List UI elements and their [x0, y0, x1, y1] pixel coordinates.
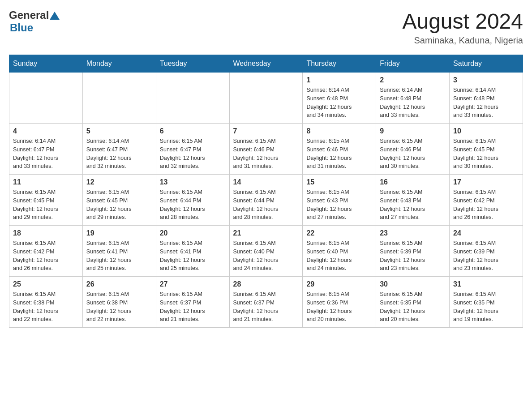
- day-cell-20: 20Sunrise: 6:15 AM Sunset: 6:41 PM Dayli…: [156, 226, 229, 277]
- day-number: 31: [453, 280, 519, 288]
- day-cell-9: 9Sunrise: 6:15 AM Sunset: 6:46 PM Daylig…: [376, 124, 450, 175]
- day-cell-25: 25Sunrise: 6:15 AM Sunset: 6:38 PM Dayli…: [9, 277, 83, 328]
- day-info: Sunrise: 6:15 AM Sunset: 6:39 PM Dayligh…: [453, 239, 519, 273]
- day-number: 26: [86, 280, 152, 288]
- day-cell-6: 6Sunrise: 6:15 AM Sunset: 6:47 PM Daylig…: [156, 124, 229, 175]
- day-number: 15: [306, 178, 372, 186]
- day-number: 13: [160, 178, 226, 186]
- weekday-header-thursday: Thursday: [303, 55, 376, 73]
- day-cell-23: 23Sunrise: 6:15 AM Sunset: 6:39 PM Dayli…: [376, 226, 450, 277]
- day-number: 16: [380, 178, 446, 186]
- day-info: Sunrise: 6:15 AM Sunset: 6:37 PM Dayligh…: [233, 290, 299, 324]
- day-info: Sunrise: 6:15 AM Sunset: 6:45 PM Dayligh…: [86, 188, 152, 222]
- logo-text-general: General: [9, 9, 49, 21]
- day-cell-28: 28Sunrise: 6:15 AM Sunset: 6:37 PM Dayli…: [229, 277, 303, 328]
- day-number: 30: [380, 280, 446, 288]
- day-number: 20: [160, 229, 226, 237]
- day-number: 10: [453, 127, 519, 135]
- day-number: 5: [86, 127, 152, 135]
- day-info: Sunrise: 6:14 AM Sunset: 6:47 PM Dayligh…: [86, 137, 152, 171]
- day-cell-29: 29Sunrise: 6:15 AM Sunset: 6:36 PM Dayli…: [303, 277, 376, 328]
- day-number: 18: [13, 229, 79, 237]
- day-cell-1: 1Sunrise: 6:14 AM Sunset: 6:48 PM Daylig…: [303, 73, 376, 124]
- weekday-header-saturday: Saturday: [450, 55, 523, 73]
- day-info: Sunrise: 6:15 AM Sunset: 6:47 PM Dayligh…: [160, 137, 226, 171]
- day-cell-31: 31Sunrise: 6:15 AM Sunset: 6:35 PM Dayli…: [450, 277, 523, 328]
- week-row-5: 25Sunrise: 6:15 AM Sunset: 6:38 PM Dayli…: [9, 277, 523, 328]
- day-info: Sunrise: 6:15 AM Sunset: 6:42 PM Dayligh…: [453, 188, 519, 222]
- day-number: 24: [453, 229, 519, 237]
- day-number: 22: [306, 229, 372, 237]
- day-cell-17: 17Sunrise: 6:15 AM Sunset: 6:42 PM Dayli…: [450, 175, 523, 226]
- day-info: Sunrise: 6:15 AM Sunset: 6:40 PM Dayligh…: [233, 239, 299, 273]
- day-info: Sunrise: 6:14 AM Sunset: 6:47 PM Dayligh…: [13, 137, 79, 171]
- empty-cell: [82, 73, 156, 124]
- day-cell-12: 12Sunrise: 6:15 AM Sunset: 6:45 PM Dayli…: [82, 175, 156, 226]
- day-number: 6: [160, 127, 226, 135]
- day-number: 19: [86, 229, 152, 237]
- day-number: 12: [86, 178, 152, 186]
- day-cell-13: 13Sunrise: 6:15 AM Sunset: 6:44 PM Dayli…: [156, 175, 229, 226]
- day-cell-27: 27Sunrise: 6:15 AM Sunset: 6:37 PM Dayli…: [156, 277, 229, 328]
- day-info: Sunrise: 6:15 AM Sunset: 6:46 PM Dayligh…: [380, 137, 446, 171]
- day-info: Sunrise: 6:14 AM Sunset: 6:48 PM Dayligh…: [306, 86, 372, 120]
- day-info: Sunrise: 6:15 AM Sunset: 6:38 PM Dayligh…: [13, 290, 79, 324]
- day-info: Sunrise: 6:15 AM Sunset: 6:40 PM Dayligh…: [306, 239, 372, 273]
- day-info: Sunrise: 6:15 AM Sunset: 6:43 PM Dayligh…: [306, 188, 372, 222]
- day-cell-10: 10Sunrise: 6:15 AM Sunset: 6:45 PM Dayli…: [450, 124, 523, 175]
- day-cell-24: 24Sunrise: 6:15 AM Sunset: 6:39 PM Dayli…: [450, 226, 523, 277]
- day-cell-19: 19Sunrise: 6:15 AM Sunset: 6:41 PM Dayli…: [82, 226, 156, 277]
- logo-triangle-icon: [50, 11, 60, 21]
- day-info: Sunrise: 6:15 AM Sunset: 6:38 PM Dayligh…: [86, 290, 152, 324]
- day-cell-18: 18Sunrise: 6:15 AM Sunset: 6:42 PM Dayli…: [9, 226, 83, 277]
- day-number: 17: [453, 178, 519, 186]
- day-info: Sunrise: 6:15 AM Sunset: 6:42 PM Dayligh…: [13, 239, 79, 273]
- empty-cell: [9, 73, 83, 124]
- day-info: Sunrise: 6:15 AM Sunset: 6:45 PM Dayligh…: [13, 188, 79, 222]
- day-number: 29: [306, 280, 372, 288]
- day-info: Sunrise: 6:15 AM Sunset: 6:35 PM Dayligh…: [453, 290, 519, 324]
- day-cell-11: 11Sunrise: 6:15 AM Sunset: 6:45 PM Dayli…: [9, 175, 83, 226]
- day-cell-5: 5Sunrise: 6:14 AM Sunset: 6:47 PM Daylig…: [82, 124, 156, 175]
- week-row-4: 18Sunrise: 6:15 AM Sunset: 6:42 PM Dayli…: [9, 226, 523, 277]
- week-row-1: 1Sunrise: 6:14 AM Sunset: 6:48 PM Daylig…: [9, 73, 523, 124]
- empty-cell: [229, 73, 303, 124]
- day-number: 2: [380, 76, 446, 84]
- weekday-header-row: SundayMondayTuesdayWednesdayThursdayFrid…: [9, 55, 523, 73]
- day-info: Sunrise: 6:15 AM Sunset: 6:46 PM Dayligh…: [233, 137, 299, 171]
- day-cell-7: 7Sunrise: 6:15 AM Sunset: 6:46 PM Daylig…: [229, 124, 303, 175]
- day-cell-3: 3Sunrise: 6:14 AM Sunset: 6:48 PM Daylig…: [450, 73, 523, 124]
- day-info: Sunrise: 6:14 AM Sunset: 6:48 PM Dayligh…: [453, 86, 519, 120]
- day-info: Sunrise: 6:14 AM Sunset: 6:48 PM Dayligh…: [380, 86, 446, 120]
- empty-cell: [156, 73, 229, 124]
- day-info: Sunrise: 6:15 AM Sunset: 6:41 PM Dayligh…: [86, 239, 152, 273]
- location-title: Saminaka, Kaduna, Nigeria: [402, 35, 523, 46]
- calendar-body: 1Sunrise: 6:14 AM Sunset: 6:48 PM Daylig…: [9, 73, 523, 328]
- day-info: Sunrise: 6:15 AM Sunset: 6:36 PM Dayligh…: [306, 290, 372, 324]
- day-number: 8: [306, 127, 372, 135]
- day-info: Sunrise: 6:15 AM Sunset: 6:41 PM Dayligh…: [160, 239, 226, 273]
- weekday-header-tuesday: Tuesday: [156, 55, 229, 73]
- svg-marker-0: [50, 12, 60, 20]
- calendar-header: SundayMondayTuesdayWednesdayThursdayFrid…: [9, 55, 523, 73]
- day-number: 1: [306, 76, 372, 84]
- day-number: 27: [160, 280, 226, 288]
- day-info: Sunrise: 6:15 AM Sunset: 6:37 PM Dayligh…: [160, 290, 226, 324]
- weekday-header-monday: Monday: [82, 55, 156, 73]
- day-number: 21: [233, 229, 299, 237]
- day-number: 28: [233, 280, 299, 288]
- weekday-header-sunday: Sunday: [9, 55, 83, 73]
- day-cell-22: 22Sunrise: 6:15 AM Sunset: 6:40 PM Dayli…: [303, 226, 376, 277]
- day-cell-30: 30Sunrise: 6:15 AM Sunset: 6:35 PM Dayli…: [376, 277, 450, 328]
- day-info: Sunrise: 6:15 AM Sunset: 6:39 PM Dayligh…: [380, 239, 446, 273]
- page-header: General Blue August 2024 Saminaka, Kadun…: [9, 9, 523, 46]
- day-cell-4: 4Sunrise: 6:14 AM Sunset: 6:47 PM Daylig…: [9, 124, 83, 175]
- day-number: 11: [13, 178, 79, 186]
- week-row-3: 11Sunrise: 6:15 AM Sunset: 6:45 PM Dayli…: [9, 175, 523, 226]
- title-area: August 2024 Saminaka, Kaduna, Nigeria: [402, 9, 523, 46]
- day-cell-14: 14Sunrise: 6:15 AM Sunset: 6:44 PM Dayli…: [229, 175, 303, 226]
- weekday-header-friday: Friday: [376, 55, 450, 73]
- day-number: 9: [380, 127, 446, 135]
- weekday-header-wednesday: Wednesday: [229, 55, 303, 73]
- day-info: Sunrise: 6:15 AM Sunset: 6:43 PM Dayligh…: [380, 188, 446, 222]
